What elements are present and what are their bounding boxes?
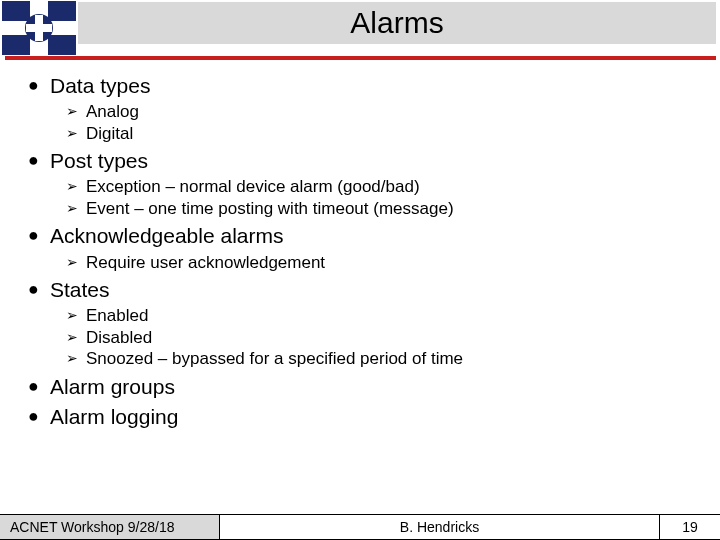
slide-title: Alarms [350, 6, 443, 40]
svg-rect-2 [48, 1, 76, 21]
footer-author: B. Hendricks [220, 515, 660, 539]
bullet-item: ●Alarm logging [28, 405, 700, 429]
chevron-icon: ➢ [66, 328, 86, 347]
chevron-icon: ➢ [66, 124, 86, 143]
sub-item: ➢Snoozed – bypassed for a specified peri… [66, 349, 700, 369]
chevron-icon: ➢ [66, 253, 86, 272]
sub-list: ➢Enabled➢Disabled➢Snoozed – bypassed for… [66, 306, 700, 369]
title-box: Alarms [78, 2, 716, 44]
sub-list: ➢Exception – normal device alarm (good/b… [66, 177, 700, 218]
sub-text: Enabled [86, 306, 148, 326]
bullet-icon: ● [28, 74, 50, 97]
bullet-item: ●Post types [28, 149, 700, 173]
sub-list: ➢Require user acknowledgement [66, 253, 700, 273]
divider [5, 56, 716, 60]
bullet-icon: ● [28, 405, 50, 428]
svg-rect-7 [26, 24, 52, 32]
bullet-text: Acknowledgeable alarms [50, 224, 283, 248]
bullet-icon: ● [28, 375, 50, 398]
sub-text: Exception – normal device alarm (good/ba… [86, 177, 420, 197]
chevron-icon: ➢ [66, 199, 86, 218]
sub-text: Digital [86, 124, 133, 144]
bullet-item: ●Acknowledgeable alarms [28, 224, 700, 248]
sub-text: Snoozed – bypassed for a specified perio… [86, 349, 463, 369]
bullet-text: Data types [50, 74, 150, 98]
bullet-icon: ● [28, 149, 50, 172]
bullet-text: Alarm groups [50, 375, 175, 399]
svg-rect-1 [2, 1, 30, 21]
bullet-text: States [50, 278, 110, 302]
slide-body: ●Data types➢Analog➢Digital●Post types➢Ex… [28, 68, 700, 429]
bullet-item: ●Data types [28, 74, 700, 98]
bullet-item: ●States [28, 278, 700, 302]
svg-rect-4 [48, 35, 76, 55]
sub-item: ➢Require user acknowledgement [66, 253, 700, 273]
bullet-text: Alarm logging [50, 405, 178, 429]
sub-text: Require user acknowledgement [86, 253, 325, 273]
sub-text: Disabled [86, 328, 152, 348]
sub-item: ➢Digital [66, 124, 700, 144]
slide-footer: ACNET Workshop 9/28/18 B. Hendricks 19 [0, 514, 720, 540]
sub-list: ➢Analog➢Digital [66, 102, 700, 143]
slide-header: Alarms [0, 0, 720, 56]
chevron-icon: ➢ [66, 349, 86, 368]
svg-rect-3 [2, 35, 30, 55]
sub-item: ➢Analog [66, 102, 700, 122]
sub-item: ➢Exception – normal device alarm (good/b… [66, 177, 700, 197]
bullet-icon: ● [28, 224, 50, 247]
bullet-text: Post types [50, 149, 148, 173]
chevron-icon: ➢ [66, 306, 86, 325]
bullet-icon: ● [28, 278, 50, 301]
footer-page: 19 [660, 515, 720, 539]
chevron-icon: ➢ [66, 177, 86, 196]
chevron-icon: ➢ [66, 102, 86, 121]
sub-item: ➢Event – one time posting with timeout (… [66, 199, 700, 219]
sub-item: ➢Disabled [66, 328, 700, 348]
footer-left: ACNET Workshop 9/28/18 [0, 515, 220, 539]
logo [2, 1, 76, 55]
sub-item: ➢Enabled [66, 306, 700, 326]
sub-text: Analog [86, 102, 139, 122]
sub-text: Event – one time posting with timeout (m… [86, 199, 454, 219]
bullet-item: ●Alarm groups [28, 375, 700, 399]
